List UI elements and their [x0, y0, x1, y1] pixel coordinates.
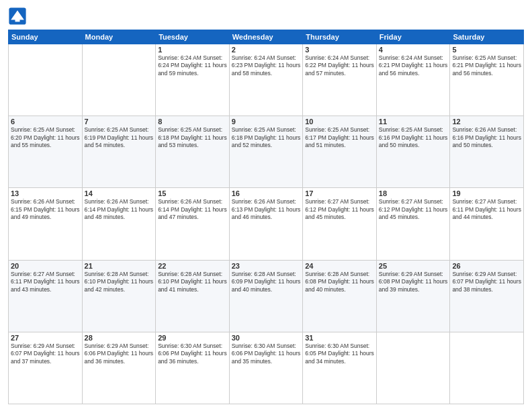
day-info: Sunrise: 6:30 AM Sunset: 6:06 PM Dayligh… — [158, 342, 227, 365]
day-number: 4 — [379, 46, 448, 54]
day-number: 20 — [11, 262, 80, 270]
calendar-body: 1Sunrise: 6:24 AM Sunset: 6:24 PM Daylig… — [9, 44, 524, 404]
day-number: 5 — [452, 46, 521, 54]
header — [8, 7, 524, 26]
day-info: Sunrise: 6:28 AM Sunset: 6:08 PM Dayligh… — [305, 271, 374, 293]
calendar-cell: 5Sunrise: 6:25 AM Sunset: 6:21 PM Daylig… — [450, 44, 524, 116]
day-number: 11 — [379, 118, 448, 126]
calendar-cell: 6Sunrise: 6:25 AM Sunset: 6:20 PM Daylig… — [9, 116, 83, 188]
day-info: Sunrise: 6:24 AM Sunset: 6:23 PM Dayligh… — [232, 54, 301, 77]
calendar-cell: 3Sunrise: 6:24 AM Sunset: 6:22 PM Daylig… — [303, 44, 377, 116]
header-row: SundayMondayTuesdayWednesdayThursdayFrid… — [9, 30, 524, 44]
day-number: 16 — [232, 189, 301, 197]
svg-rect-2 — [15, 17, 20, 21]
calendar-cell: 27Sunrise: 6:29 AM Sunset: 6:07 PM Dayli… — [9, 332, 83, 404]
day-number: 1 — [158, 46, 227, 54]
day-header-monday: Monday — [82, 30, 156, 44]
calendar-cell: 10Sunrise: 6:25 AM Sunset: 6:17 PM Dayli… — [303, 116, 377, 188]
calendar-cell: 21Sunrise: 6:28 AM Sunset: 6:10 PM Dayli… — [82, 260, 156, 332]
day-info: Sunrise: 6:30 AM Sunset: 6:05 PM Dayligh… — [305, 342, 374, 365]
calendar-cell: 12Sunrise: 6:26 AM Sunset: 6:16 PM Dayli… — [450, 116, 524, 188]
calendar-cell: 29Sunrise: 6:30 AM Sunset: 6:06 PM Dayli… — [156, 332, 230, 404]
calendar-cell: 11Sunrise: 6:25 AM Sunset: 6:16 PM Dayli… — [376, 116, 450, 188]
calendar-cell: 19Sunrise: 6:27 AM Sunset: 6:11 PM Dayli… — [450, 188, 524, 260]
day-number: 14 — [85, 189, 154, 197]
calendar-cell: 9Sunrise: 6:25 AM Sunset: 6:18 PM Daylig… — [229, 116, 303, 188]
day-number: 17 — [305, 189, 374, 197]
day-info: Sunrise: 6:28 AM Sunset: 6:10 PM Dayligh… — [158, 271, 227, 293]
day-info: Sunrise: 6:25 AM Sunset: 6:17 PM Dayligh… — [305, 126, 374, 149]
day-number: 24 — [305, 262, 374, 270]
calendar-cell — [376, 332, 450, 404]
week-row-3: 20Sunrise: 6:27 AM Sunset: 6:11 PM Dayli… — [9, 260, 524, 332]
calendar-cell: 17Sunrise: 6:27 AM Sunset: 6:12 PM Dayli… — [303, 188, 377, 260]
page: SundayMondayTuesdayWednesdayThursdayFrid… — [0, 0, 532, 411]
day-number: 13 — [11, 189, 80, 197]
day-info: Sunrise: 6:26 AM Sunset: 6:14 PM Dayligh… — [85, 198, 154, 221]
day-header-tuesday: Tuesday — [156, 30, 230, 44]
day-header-thursday: Thursday — [303, 30, 377, 44]
day-number: 18 — [379, 189, 448, 197]
day-number: 27 — [11, 334, 80, 342]
day-number: 3 — [305, 46, 374, 54]
calendar-header: SundayMondayTuesdayWednesdayThursdayFrid… — [9, 30, 524, 44]
calendar-cell: 23Sunrise: 6:28 AM Sunset: 6:09 PM Dayli… — [229, 260, 303, 332]
day-info: Sunrise: 6:29 AM Sunset: 6:07 PM Dayligh… — [452, 271, 521, 293]
day-number: 30 — [232, 334, 301, 342]
calendar-cell: 28Sunrise: 6:29 AM Sunset: 6:06 PM Dayli… — [82, 332, 156, 404]
day-info: Sunrise: 6:26 AM Sunset: 6:14 PM Dayligh… — [158, 198, 227, 221]
logo — [8, 7, 30, 26]
calendar-cell: 8Sunrise: 6:25 AM Sunset: 6:18 PM Daylig… — [156, 116, 230, 188]
calendar-cell: 4Sunrise: 6:24 AM Sunset: 6:21 PM Daylig… — [376, 44, 450, 116]
calendar-cell: 13Sunrise: 6:26 AM Sunset: 6:15 PM Dayli… — [9, 188, 83, 260]
calendar-cell: 24Sunrise: 6:28 AM Sunset: 6:08 PM Dayli… — [303, 260, 377, 332]
day-number: 22 — [158, 262, 227, 270]
day-info: Sunrise: 6:25 AM Sunset: 6:21 PM Dayligh… — [452, 54, 521, 77]
calendar-cell: 30Sunrise: 6:30 AM Sunset: 6:06 PM Dayli… — [229, 332, 303, 404]
day-header-wednesday: Wednesday — [229, 30, 303, 44]
calendar-cell: 1Sunrise: 6:24 AM Sunset: 6:24 PM Daylig… — [156, 44, 230, 116]
calendar: SundayMondayTuesdayWednesdayThursdayFrid… — [8, 30, 524, 404]
calendar-cell: 25Sunrise: 6:29 AM Sunset: 6:08 PM Dayli… — [376, 260, 450, 332]
day-info: Sunrise: 6:29 AM Sunset: 6:06 PM Dayligh… — [85, 342, 154, 365]
day-number: 15 — [158, 189, 227, 197]
calendar-cell: 18Sunrise: 6:27 AM Sunset: 6:12 PM Dayli… — [376, 188, 450, 260]
week-row-2: 13Sunrise: 6:26 AM Sunset: 6:15 PM Dayli… — [9, 188, 524, 260]
day-header-sunday: Sunday — [9, 30, 83, 44]
day-number: 31 — [305, 334, 374, 342]
day-info: Sunrise: 6:29 AM Sunset: 6:08 PM Dayligh… — [379, 271, 448, 293]
week-row-1: 6Sunrise: 6:25 AM Sunset: 6:20 PM Daylig… — [9, 116, 524, 188]
day-info: Sunrise: 6:27 AM Sunset: 6:12 PM Dayligh… — [305, 198, 374, 221]
day-info: Sunrise: 6:29 AM Sunset: 6:07 PM Dayligh… — [11, 342, 80, 365]
day-number: 28 — [85, 334, 154, 342]
calendar-cell: 2Sunrise: 6:24 AM Sunset: 6:23 PM Daylig… — [229, 44, 303, 116]
day-number: 26 — [452, 262, 521, 270]
day-number: 12 — [452, 118, 521, 126]
day-info: Sunrise: 6:27 AM Sunset: 6:11 PM Dayligh… — [452, 198, 521, 221]
day-info: Sunrise: 6:25 AM Sunset: 6:16 PM Dayligh… — [379, 126, 448, 149]
day-number: 23 — [232, 262, 301, 270]
calendar-cell: 16Sunrise: 6:26 AM Sunset: 6:13 PM Dayli… — [229, 188, 303, 260]
calendar-cell: 7Sunrise: 6:25 AM Sunset: 6:19 PM Daylig… — [82, 116, 156, 188]
day-info: Sunrise: 6:27 AM Sunset: 6:12 PM Dayligh… — [379, 198, 448, 221]
calendar-cell: 20Sunrise: 6:27 AM Sunset: 6:11 PM Dayli… — [9, 260, 83, 332]
day-number: 29 — [158, 334, 227, 342]
day-info: Sunrise: 6:25 AM Sunset: 6:19 PM Dayligh… — [85, 126, 154, 149]
day-info: Sunrise: 6:28 AM Sunset: 6:10 PM Dayligh… — [85, 271, 154, 293]
day-info: Sunrise: 6:25 AM Sunset: 6:20 PM Dayligh… — [11, 126, 80, 149]
calendar-cell: 14Sunrise: 6:26 AM Sunset: 6:14 PM Dayli… — [82, 188, 156, 260]
day-info: Sunrise: 6:25 AM Sunset: 6:18 PM Dayligh… — [232, 126, 301, 149]
day-number: 2 — [232, 46, 301, 54]
calendar-cell — [82, 44, 156, 116]
day-info: Sunrise: 6:25 AM Sunset: 6:18 PM Dayligh… — [158, 126, 227, 149]
calendar-cell: 15Sunrise: 6:26 AM Sunset: 6:14 PM Dayli… — [156, 188, 230, 260]
day-info: Sunrise: 6:24 AM Sunset: 6:24 PM Dayligh… — [158, 54, 227, 77]
calendar-cell — [450, 332, 524, 404]
week-row-4: 27Sunrise: 6:29 AM Sunset: 6:07 PM Dayli… — [9, 332, 524, 404]
day-number: 10 — [305, 118, 374, 126]
calendar-cell — [9, 44, 83, 116]
day-info: Sunrise: 6:27 AM Sunset: 6:11 PM Dayligh… — [11, 271, 80, 293]
day-info: Sunrise: 6:24 AM Sunset: 6:21 PM Dayligh… — [379, 54, 448, 77]
calendar-cell: 22Sunrise: 6:28 AM Sunset: 6:10 PM Dayli… — [156, 260, 230, 332]
day-number: 6 — [11, 118, 80, 126]
